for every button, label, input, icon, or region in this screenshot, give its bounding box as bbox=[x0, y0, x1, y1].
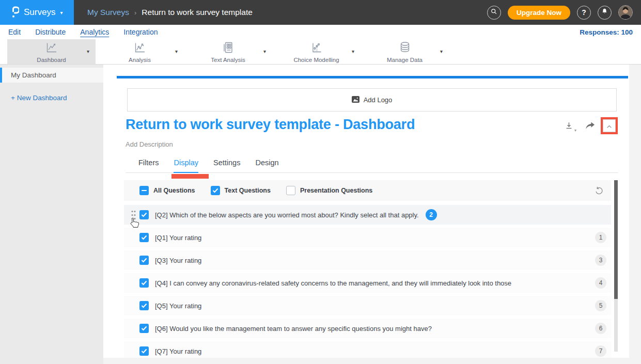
checkbox-unchecked[interactable] bbox=[286, 186, 295, 195]
upgrade-now-button[interactable]: Upgrade Now bbox=[508, 6, 570, 20]
question-text: [Q2] Which of the below aspects are you … bbox=[155, 211, 419, 219]
tab-design[interactable]: Design bbox=[255, 159, 278, 173]
reset-icon bbox=[595, 186, 603, 195]
question-text: [Q3] Your rating bbox=[155, 257, 201, 264]
question-filter-bar: All Questions Text Questions Presentatio… bbox=[124, 180, 611, 201]
question-order-badge: 7 bbox=[595, 345, 606, 357]
user-avatar[interactable] bbox=[618, 5, 633, 20]
question-checkbox[interactable] bbox=[139, 210, 149, 219]
tab-filters[interactable]: Filters bbox=[138, 159, 159, 173]
download-button[interactable]: ▾ bbox=[564, 121, 576, 133]
question-row-q4[interactable]: [Q4] I can convey any coronavirus-relate… bbox=[124, 273, 611, 293]
drag-handle-icon[interactable] bbox=[131, 210, 136, 222]
breadcrumb: My Surveys › Return to work survey templ… bbox=[87, 8, 487, 17]
add-logo-label: Add Logo bbox=[364, 96, 393, 104]
filter-all-questions[interactable]: All Questions bbox=[139, 186, 195, 195]
ribbon-label: Manage Data bbox=[387, 57, 423, 63]
scrollbar-track[interactable] bbox=[614, 180, 618, 352]
annotation-underline bbox=[171, 174, 209, 179]
chevron-down-icon: ▾ bbox=[60, 10, 62, 15]
check-icon bbox=[212, 188, 218, 193]
dashboard-content: Add Logo Return to work survey template … bbox=[103, 65, 641, 364]
question-checkbox[interactable] bbox=[139, 301, 149, 310]
ribbon-text-analysis[interactable]: Text Analysis ▾ bbox=[184, 39, 272, 64]
ribbon-label: Choice Modelling bbox=[293, 57, 339, 63]
filter-text-questions[interactable]: Text Questions bbox=[211, 186, 271, 195]
question-row-q1[interactable]: [Q1] Your rating 1 bbox=[124, 228, 611, 247]
dashboard-sidebar: My Dashboard + New Dashboard bbox=[0, 65, 103, 364]
scrollbar-thumb[interactable] bbox=[614, 180, 618, 299]
chevron-down-icon[interactable]: ▾ bbox=[263, 49, 266, 54]
search-icon bbox=[490, 8, 498, 18]
ribbon-choice-modelling[interactable]: Choice Modelling ▾ bbox=[272, 39, 361, 64]
image-icon bbox=[352, 96, 359, 104]
database-icon bbox=[398, 41, 412, 56]
questionpro-logo-icon bbox=[11, 5, 19, 20]
question-checkbox[interactable] bbox=[139, 324, 149, 333]
question-row-q2[interactable]: [Q2] Which of the below aspects are you … bbox=[124, 205, 611, 225]
nav-integration[interactable]: Integration bbox=[123, 28, 158, 36]
filter-label: Text Questions bbox=[225, 187, 271, 194]
responses-count: Responses: 100 bbox=[580, 28, 633, 36]
question-text: [Q7] Your rating bbox=[155, 347, 201, 355]
help-icon: ? bbox=[582, 8, 586, 17]
notifications-button[interactable] bbox=[598, 6, 612, 20]
question-text: [Q6] Would you like the management team … bbox=[155, 325, 432, 333]
question-checkbox[interactable] bbox=[139, 346, 149, 356]
text-grid-icon bbox=[222, 41, 235, 56]
scatter-chart-icon bbox=[310, 41, 323, 56]
sidebar-item-my-dashboard[interactable]: My Dashboard bbox=[0, 68, 103, 83]
filter-label: Presentation Questions bbox=[300, 187, 372, 194]
ribbon-dashboard[interactable]: Dashboard ▾ bbox=[7, 39, 96, 64]
download-icon bbox=[564, 121, 574, 133]
ribbon-label: Dashboard bbox=[37, 57, 66, 63]
share-arrow-icon bbox=[585, 121, 595, 132]
nav-distribute[interactable]: Distribute bbox=[35, 28, 66, 36]
product-switcher[interactable]: Surveys ▾ bbox=[0, 0, 74, 25]
checkbox-indeterminate[interactable] bbox=[139, 186, 149, 195]
nav-analytics[interactable]: Analytics bbox=[80, 28, 109, 36]
tab-settings[interactable]: Settings bbox=[213, 159, 240, 173]
question-row-q3[interactable]: [Q3] Your rating 3 bbox=[124, 250, 611, 270]
dashboard-title[interactable]: Return to work survey template - Dashboa… bbox=[126, 117, 415, 133]
settings-tabs: Filters Display Settings Design bbox=[126, 159, 618, 173]
breadcrumb-my-surveys[interactable]: My Surveys bbox=[87, 8, 129, 17]
ribbon-label: Text Analysis bbox=[211, 57, 245, 63]
header-actions: Upgrade Now ? bbox=[487, 5, 641, 20]
chevron-down-icon[interactable]: ▾ bbox=[440, 49, 443, 54]
question-checkbox[interactable] bbox=[139, 278, 149, 288]
ribbon-analysis[interactable]: Analysis ▾ bbox=[96, 39, 184, 64]
question-row-q5[interactable]: [Q5] Your rating 5 bbox=[124, 296, 611, 315]
chevron-down-icon[interactable]: ▾ bbox=[87, 49, 89, 54]
chevron-down-icon[interactable]: ▾ bbox=[175, 49, 178, 54]
filter-presentation-questions[interactable]: Presentation Questions bbox=[286, 186, 372, 195]
search-button[interactable] bbox=[487, 6, 501, 20]
chevron-down-icon: ▾ bbox=[574, 128, 576, 133]
add-description-button[interactable]: Add Description bbox=[126, 140, 173, 148]
question-order-badge: 5 bbox=[595, 300, 606, 311]
question-row-q6[interactable]: [Q6] Would you like the management team … bbox=[124, 319, 611, 338]
survey-nav: Edit Distribute Analytics Integration Re… bbox=[0, 25, 641, 39]
question-row-q7[interactable]: [Q7] Your rating 7 bbox=[124, 341, 611, 358]
tab-display[interactable]: Display bbox=[174, 159, 198, 173]
question-checkbox[interactable] bbox=[139, 256, 149, 265]
minus-icon bbox=[142, 190, 147, 192]
help-button[interactable]: ? bbox=[577, 6, 591, 20]
product-name: Surveys bbox=[24, 7, 55, 18]
collapse-panel-button[interactable] bbox=[603, 119, 616, 132]
checkbox-checked[interactable] bbox=[211, 186, 220, 195]
breadcrumb-separator-icon: › bbox=[134, 9, 136, 17]
chevron-down-icon[interactable]: ▾ bbox=[352, 49, 354, 54]
share-button[interactable] bbox=[585, 121, 595, 132]
ribbon-manage-data[interactable]: Manage Data ▾ bbox=[361, 39, 449, 64]
new-dashboard-button[interactable]: + New Dashboard bbox=[11, 94, 103, 102]
dashboard-panel: Add Logo Return to work survey template … bbox=[103, 65, 629, 358]
question-checkbox[interactable] bbox=[139, 233, 149, 242]
question-order-badge: 6 bbox=[595, 323, 606, 334]
add-logo-button[interactable]: Add Logo bbox=[127, 88, 617, 112]
sidebar-item-label: My Dashboard bbox=[11, 71, 56, 79]
breadcrumb-current: Return to work survey template bbox=[142, 8, 253, 17]
reset-button[interactable] bbox=[595, 186, 603, 195]
nav-edit[interactable]: Edit bbox=[8, 28, 21, 36]
question-text: [Q1] Your rating bbox=[155, 234, 201, 242]
